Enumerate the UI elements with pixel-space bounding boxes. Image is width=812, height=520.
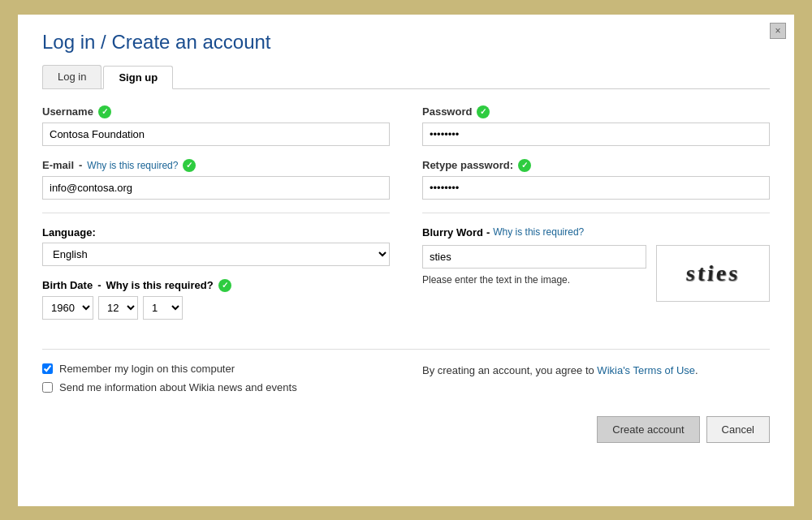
retype-password-group: Retype password: ✓ — [422, 159, 770, 200]
news-label: Send me information about Wikia news and… — [59, 381, 297, 393]
language-select[interactable]: English Spanish French German — [42, 243, 390, 266]
birth-month-select[interactable]: 123 456 789 101112 — [98, 296, 138, 320]
tab-signup[interactable]: Sign up — [103, 66, 173, 89]
email-group: E-mail - Why is this required? ✓ — [42, 159, 390, 200]
birthdate-group: Birth Date - Why is this required? ✓ 196… — [42, 279, 390, 320]
terms-section: By creating an account, you agree to Wik… — [422, 363, 770, 400]
tabs: Log in Sign up — [42, 65, 770, 89]
language-label: Language: — [42, 226, 390, 239]
birthdate-label: Birth Date - Why is this required? ✓ — [42, 279, 390, 292]
terms-link[interactable]: Wikia's Terms of Use — [597, 364, 695, 376]
birthdate-why-link[interactable]: Why is this required? — [106, 279, 213, 291]
retype-password-valid-icon: ✓ — [518, 159, 531, 172]
captcha-image: sties — [656, 245, 770, 302]
close-button[interactable]: × — [770, 23, 786, 39]
username-valid-icon: ✓ — [98, 105, 111, 118]
password-group: Password ✓ — [422, 105, 770, 146]
birth-year-select[interactable]: 196019611962 196319641965 — [42, 296, 93, 320]
username-input[interactable] — [42, 122, 390, 146]
news-row: Send me information about Wikia news and… — [42, 381, 390, 393]
news-checkbox[interactable] — [42, 382, 53, 393]
birth-day-select[interactable]: 123 456 789 10 — [143, 296, 183, 320]
left-column: Username ✓ E-mail - Why is this required… — [42, 105, 390, 333]
right-column: Password ✓ Retype password: ✓ Blurry Wor… — [422, 105, 770, 333]
captcha-left: Please enter the text in the image. — [422, 245, 646, 287]
retype-password-label: Retype password: ✓ — [422, 159, 770, 172]
language-group: Language: English Spanish French German — [42, 226, 390, 266]
captcha-input[interactable] — [422, 245, 646, 269]
remember-checkbox[interactable] — [42, 363, 53, 374]
blurry-word-label: Blurry Word - Why is this required? — [422, 226, 770, 239]
dialog: × Log in / Create an account Log in Sign… — [16, 13, 796, 508]
email-why-link[interactable]: Why is this required? — [87, 160, 178, 171]
footer-buttons: Create account Cancel — [42, 416, 770, 443]
username-group: Username ✓ — [42, 105, 390, 146]
birthdate-selects: 196019611962 196319641965 123 456 789 10… — [42, 296, 390, 320]
remember-row: Remember my login on this computer — [42, 363, 390, 375]
password-input[interactable] — [422, 122, 770, 146]
email-label: E-mail - Why is this required? ✓ — [42, 159, 390, 172]
left-divider — [42, 213, 390, 213]
remember-label: Remember my login on this computer — [59, 363, 235, 375]
birthdate-valid-icon: ✓ — [218, 279, 231, 292]
right-divider — [422, 213, 770, 213]
username-label: Username ✓ — [42, 105, 390, 118]
captcha-hint: Please enter the text in the image. — [422, 273, 646, 287]
blurry-word-group: Blurry Word - Why is this required? Plea… — [422, 226, 770, 302]
bottom-section: Remember my login on this computer Send … — [42, 349, 770, 400]
terms-text-before: By creating an account, you agree to — [422, 364, 597, 376]
form-section: Username ✓ E-mail - Why is this required… — [42, 105, 770, 333]
captcha-section: Please enter the text in the image. stie… — [422, 245, 770, 302]
email-input[interactable] — [42, 176, 390, 200]
dialog-title: Log in / Create an account — [42, 31, 770, 54]
password-valid-icon: ✓ — [477, 105, 490, 118]
tab-login[interactable]: Log in — [42, 65, 102, 88]
create-account-button[interactable]: Create account — [597, 416, 699, 443]
blurry-why-link[interactable]: Why is this required? — [493, 226, 584, 238]
email-valid-icon: ✓ — [183, 159, 196, 172]
captcha-text: sties — [685, 260, 741, 286]
checkboxes: Remember my login on this computer Send … — [42, 363, 390, 400]
password-label: Password ✓ — [422, 105, 770, 118]
cancel-button[interactable]: Cancel — [706, 416, 770, 443]
terms-text-after: . — [695, 364, 698, 376]
retype-password-input[interactable] — [422, 176, 770, 200]
